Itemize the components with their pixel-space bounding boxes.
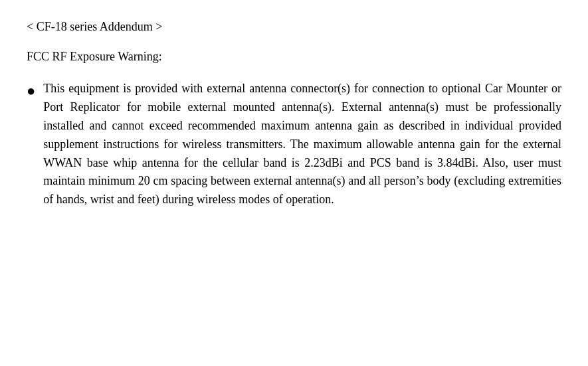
bullet-dot: ● (27, 81, 35, 102)
bullet-item: ● This equipment is provided with extern… (27, 80, 561, 209)
bullet-text: This equipment is provided with external… (43, 80, 561, 209)
section-title: FCC RF Exposure Warning: (27, 50, 561, 64)
page-header: < CF-18 series Addendum > (27, 20, 561, 34)
